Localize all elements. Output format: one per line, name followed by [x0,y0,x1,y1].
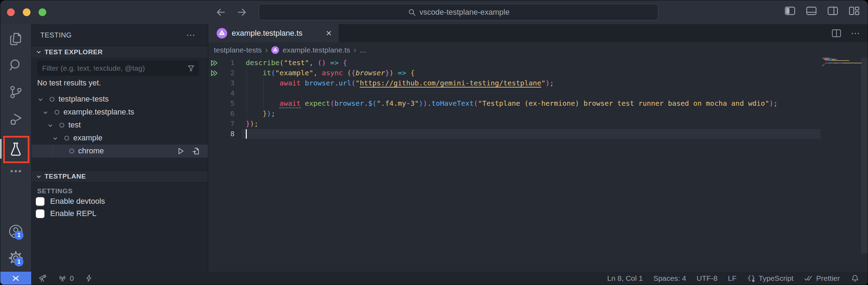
status-label: UTF-8 [697,274,718,283]
accounts-button[interactable]: 1 [0,222,31,241]
code-editor[interactable]: 1describe("test", () => {2 it("example",… [208,58,868,272]
code-token: , [309,58,318,67]
panel-more-actions-icon[interactable]: ⋯ [186,33,196,37]
code-token: } [263,109,267,118]
checkbox-unchecked[interactable] [36,209,45,218]
breadcrumb-symbol[interactable]: ... [360,46,366,54]
remote-indicator[interactable] [0,272,31,285]
code-line-6[interactable]: 6 }); [208,109,868,119]
code-token: ; [254,119,258,128]
status-notifications[interactable] [850,274,860,283]
search-icon [408,8,416,16]
section-testplane[interactable]: TESTPLANE [32,171,208,182]
tree-item-example[interactable]: example [32,132,208,145]
maximize-window-button[interactable] [39,8,46,16]
minimap-line [822,65,862,65]
editor-more-actions-icon[interactable]: ⋯ [851,32,861,35]
code-token: => [330,58,339,67]
test-filter-input[interactable] [37,64,187,72]
status-encoding[interactable]: UTF-8 [697,274,718,283]
settings-button[interactable]: 1 [0,248,31,268]
tree-item-test[interactable]: test [32,119,208,132]
customize-layout-icon[interactable] [848,6,860,16]
breadcrumb: testplane-tests › example.testplane.ts ›… [208,42,868,58]
status-cursor-position[interactable]: Ln 8, Col 1 [607,274,643,283]
code-token: ( [271,69,275,77]
command-center-search[interactable]: vscode-testplane-example [259,4,658,20]
chevron-down-icon [36,174,42,180]
run-test-icon[interactable] [176,147,185,155]
code-token: browser [355,69,385,77]
code-line-3[interactable]: 3 await browser.url("https://github.com/… [208,78,868,88]
remote-explorer-button[interactable] [38,274,47,283]
tree-item-testplane-tests[interactable]: testplane-tests [32,93,208,106]
toggle-panel-icon[interactable] [806,6,817,16]
line-number: 3 [208,78,235,88]
status-label: TypeScript [759,274,793,283]
code-token [301,99,305,107]
line-number: 7 [208,119,235,129]
filter-icon[interactable] [187,64,195,72]
code-line-4[interactable]: 4 [208,88,868,98]
code-token: ( [330,99,334,107]
status-formatter[interactable]: Prettier [804,274,840,283]
split-editor-icon[interactable] [831,29,842,38]
close-window-button[interactable] [7,8,15,16]
breadcrumb-file[interactable]: example.testplane.ts [283,46,350,54]
chevron-down-icon[interactable] [47,123,53,128]
sidebar-item-run-debug[interactable] [0,110,31,129]
broadcast-icon [58,274,67,283]
test-filter-box [37,61,199,76]
chevron-down-icon[interactable] [52,135,58,141]
code-line-8[interactable]: 8 [208,129,868,139]
go-to-test-icon[interactable] [191,147,200,155]
braces-icon [747,274,755,283]
chevron-down-icon[interactable] [38,97,43,103]
git-branch-icon [8,84,23,100]
toggle-primary-sidebar-icon[interactable] [784,6,796,16]
toggle-secondary-sidebar-icon[interactable] [827,6,839,16]
tree-item-example.testplane.ts[interactable]: example.testplane.ts [32,106,208,119]
checkbox-unchecked[interactable] [36,197,45,206]
status-indentation[interactable]: Spaces: 4 [653,274,686,283]
tree-item-chrome[interactable]: chrome [32,145,208,158]
status-eol[interactable]: LF [728,274,737,283]
minimize-window-button[interactable] [23,8,30,16]
forward-icon[interactable] [236,6,248,18]
code-token: } [385,69,389,77]
run-test-gutter-icon[interactable] [210,69,218,77]
code-token: ; [550,79,554,87]
power-events-button[interactable] [84,274,93,283]
back-icon[interactable] [215,6,227,18]
files-icon [8,31,23,47]
chevron-down-icon[interactable] [42,110,48,116]
annotation-highlight-box [3,136,29,163]
sidebar-item-more[interactable] [0,161,31,181]
code-line-1[interactable]: 1describe("test", () => { [208,58,868,68]
ports-button[interactable]: 0 [58,274,74,283]
section-test-explorer[interactable]: TEST EXPLORER [32,46,208,58]
breadcrumb-folder[interactable]: testplane-tests [214,46,262,54]
code-line-2[interactable]: 2 it("example", async ({browser}) => { [208,68,868,78]
code-line-5[interactable]: 5 await expect(browser.$(".f4.my-3")).to… [208,98,868,109]
indent-guide [263,98,264,109]
vertical-scrollbar[interactable] [861,58,868,253]
minimap[interactable] [822,58,862,67]
sidebar-item-search[interactable] [0,55,31,75]
sidebar-item-explorer[interactable] [0,29,31,49]
status-label: Ln 8, Col 1 [607,274,643,283]
run-test-gutter-icon[interactable] [210,59,218,67]
indent-guide [263,88,264,98]
checkbox-label: Enable REPL [50,209,96,218]
tab-example-testplane-ts[interactable]: example.testplane.ts × [208,24,339,42]
sidebar-item-source-control[interactable] [0,82,31,102]
code-line-7[interactable]: 7}); [208,119,868,129]
status-language[interactable]: TypeScript [747,274,793,283]
test-state-icon [63,135,70,141]
indent-guide [246,68,247,78]
code-token: "example" [275,69,313,77]
zap-icon [84,274,93,283]
test-state-icon [59,122,65,128]
status-label: LF [728,274,737,283]
close-tab-icon[interactable]: × [326,30,332,37]
